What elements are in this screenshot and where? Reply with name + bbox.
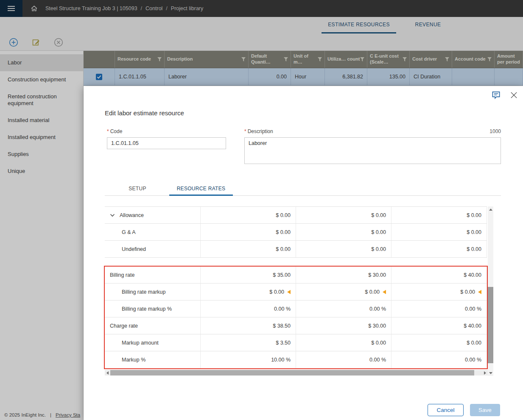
modal-tabs: SETUP RESOURCE RATES xyxy=(105,182,501,196)
description-field-group: *Description 1000 Laborer xyxy=(244,128,501,164)
rate-cell[interactable]: $ 35.00 xyxy=(201,267,296,283)
rate-cell[interactable]: $ 0.00 xyxy=(201,241,296,257)
close-modal-button[interactable] xyxy=(508,89,519,100)
horizontal-scrollbar[interactable] xyxy=(105,370,488,375)
rate-cell[interactable]: $ 0.00 xyxy=(296,224,392,240)
rate-cell[interactable]: $ 0.00 xyxy=(201,284,296,300)
required-marker: * xyxy=(244,128,246,134)
description-input[interactable]: Laborer xyxy=(244,137,501,164)
billing-rates-highlight-annotation: Billing rate $ 35.00 $ 30.00 $ 40.00 Bil… xyxy=(104,266,488,369)
rate-cell[interactable]: 0.00 % xyxy=(201,300,296,317)
rate-cell[interactable]: $ 0.00 xyxy=(392,284,487,300)
rates-row-billing-rate: Billing rate $ 35.00 $ 30.00 $ 40.00 xyxy=(105,267,487,284)
edit-labor-resource-modal: Edit labor estimate resource *Code *Desc… xyxy=(84,86,523,420)
rate-row-label: Markup amount xyxy=(122,340,159,346)
rate-cell[interactable]: $ 40.00 xyxy=(392,267,487,283)
rates-row-charge-rate: Charge rate $ 38.50 $ 30.00 $ 40.00 xyxy=(105,317,487,334)
scroll-left-button[interactable] xyxy=(105,370,110,375)
rates-row-billing-rate-markup: Billing rate markup $ 0.00 $ 0.00 $ 0.00 xyxy=(105,284,487,300)
code-label: *Code xyxy=(107,128,122,134)
tab-setup[interactable]: SETUP xyxy=(106,182,169,196)
rates-row-ga: G & A $ 0.00 $ 0.00 $ 0.00 xyxy=(105,224,487,241)
scroll-right-button[interactable] xyxy=(482,370,488,375)
rate-cell[interactable]: $ 38.50 xyxy=(201,317,296,334)
rate-cell[interactable]: $ 30.00 xyxy=(296,267,392,283)
rate-cell[interactable]: $ 0.00 xyxy=(296,334,392,351)
warning-triangle-icon xyxy=(383,290,386,294)
horizontal-scrollbar-thumb[interactable] xyxy=(110,370,474,375)
rate-cell[interactable]: $ 0.00 xyxy=(201,224,296,240)
rate-cell[interactable]: $ 0.00 xyxy=(392,224,487,240)
code-field-group: *Code xyxy=(107,128,226,149)
rate-cell[interactable]: 0.00 % xyxy=(296,351,392,368)
rates-row-markup-amount: Markup amount $ 3.50 $ 0.00 $ 0.00 xyxy=(105,334,487,351)
tab-resource-rates[interactable]: RESOURCE RATES xyxy=(169,182,233,196)
chevron-down-icon[interactable] xyxy=(110,214,115,217)
rates-row-undefined: Undefined $ 0.00 $ 0.00 $ 0.00 xyxy=(105,241,487,258)
resource-rates-table: Allowance $ 0.00 $ 0.00 $ 0.00 G & A $ 0… xyxy=(105,206,487,369)
feedback-button[interactable] xyxy=(490,89,501,100)
rate-row-label: Billing rate markup % xyxy=(122,306,172,312)
scroll-up-button[interactable] xyxy=(488,206,493,212)
close-icon xyxy=(510,91,518,99)
description-label: *Description xyxy=(244,128,273,134)
save-button[interactable]: Save xyxy=(470,404,500,416)
char-limit-counter: 1000 xyxy=(489,128,501,134)
rate-cell[interactable]: $ 3.50 xyxy=(201,334,296,351)
rate-cell[interactable]: $ 0.00 xyxy=(392,207,487,223)
warning-triangle-icon xyxy=(287,290,291,294)
rate-cell[interactable]: $ 0.00 xyxy=(296,284,392,300)
rate-cell[interactable]: $ 0.00 xyxy=(392,241,487,257)
rate-row-label: Charge rate xyxy=(110,323,138,329)
rate-row-label: Billing rate markup xyxy=(122,289,166,295)
rate-cell[interactable]: $ 40.00 xyxy=(392,317,487,334)
app-root: Steel Structure Training Job 3 | 105093 … xyxy=(0,0,523,420)
rate-cell[interactable]: $ 0.00 xyxy=(392,334,487,351)
rate-cell[interactable]: 0.00 % xyxy=(392,300,487,317)
rate-row-label: Billing rate xyxy=(110,272,134,278)
cancel-button[interactable]: Cancel xyxy=(428,404,464,416)
rate-cell[interactable]: 10.00 % xyxy=(201,351,296,368)
vertical-scrollbar-thumb[interactable] xyxy=(488,287,493,363)
rates-row-allowance: Allowance $ 0.00 $ 0.00 $ 0.00 xyxy=(105,207,487,224)
rate-row-label: Markup % xyxy=(122,357,145,363)
warning-triangle-icon xyxy=(478,290,481,294)
rate-row-label: G & A xyxy=(122,229,136,235)
required-marker: * xyxy=(107,128,109,134)
code-input[interactable] xyxy=(107,137,226,149)
modal-header-icons xyxy=(490,89,519,100)
rates-row-billing-rate-markup-pct: Billing rate markup % 0.00 % 0.00 % 0.00… xyxy=(105,300,487,317)
feedback-icon xyxy=(491,91,501,100)
rates-row-markup-pct: Markup % 10.00 % 0.00 % 0.00 % xyxy=(105,351,487,368)
vertical-scrollbar[interactable] xyxy=(488,206,493,376)
rate-cell[interactable]: $ 30.00 xyxy=(296,317,392,334)
rate-cell[interactable]: 0.00 % xyxy=(392,351,487,368)
rate-row-label: Allowance xyxy=(120,212,144,218)
scroll-down-button[interactable] xyxy=(488,370,493,376)
modal-title: Edit labor estimate resource xyxy=(105,109,184,117)
rate-cell[interactable]: $ 0.00 xyxy=(296,241,392,257)
rate-cell[interactable]: 0.00 % xyxy=(296,300,392,317)
rate-cell[interactable]: $ 0.00 xyxy=(296,207,392,223)
rate-row-label: Undefined xyxy=(122,246,146,252)
rates-group-allowance: Allowance $ 0.00 $ 0.00 $ 0.00 G & A $ 0… xyxy=(105,206,487,258)
rate-cell[interactable]: $ 0.00 xyxy=(201,207,296,223)
